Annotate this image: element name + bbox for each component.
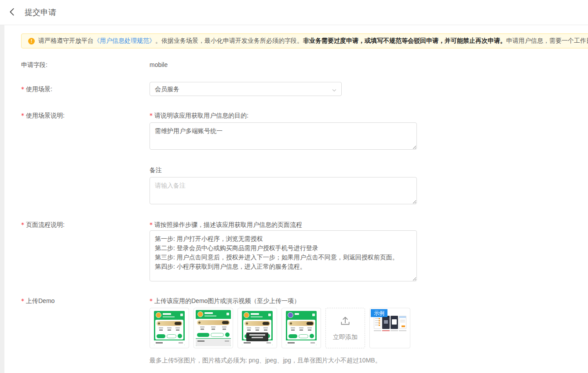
notice-text: 请严格遵守开放平台《用户信息处理规范》。依据业务场景，最小化申请开发业务所必须的… bbox=[38, 37, 588, 45]
form-row-scene: *使用场景: 会员服务 bbox=[21, 82, 588, 96]
purpose-textarea[interactable]: 需维护用户多端账号统一 bbox=[150, 122, 417, 150]
page-flow-sub-label: *请按照操作步骤，描述该应用获取用户信息的页面流程 bbox=[150, 220, 417, 229]
page-flow-label: *页面流程说明: bbox=[21, 220, 150, 229]
remark-textarea[interactable] bbox=[150, 177, 417, 204]
scene-select[interactable]: 会员服务 bbox=[150, 82, 342, 96]
example-badge: 示例 bbox=[371, 309, 387, 317]
uploaded-image-thumbnail[interactable] bbox=[150, 308, 189, 348]
upload-thumbnail-list: 立即添加 示例 bbox=[150, 308, 410, 348]
uploaded-image-thumbnail[interactable] bbox=[281, 308, 321, 348]
uploaded-image-thumbnail[interactable] bbox=[237, 308, 277, 348]
upload-icon bbox=[340, 315, 351, 329]
example-image bbox=[374, 316, 406, 331]
form-row-upload-demo: *上传Demo *上传该应用的Demo图片或演示视频（至少上传一项） bbox=[21, 296, 588, 365]
scene-desc-label: *使用场景说明: bbox=[21, 111, 150, 120]
miniapp-screenshot bbox=[154, 311, 185, 345]
field-label: 申请字段: bbox=[21, 60, 150, 69]
miniapp-screenshot bbox=[196, 310, 231, 346]
uploaded-image-thumbnail[interactable] bbox=[194, 308, 233, 348]
example-thumbnail[interactable]: 示例 bbox=[369, 308, 410, 348]
remark-group: 备注 bbox=[150, 166, 417, 204]
page-flow-textarea[interactable]: 第一步: 用户打开小程序，浏览无需授权 第二步: 登录会员中心或购买商品需用户授… bbox=[150, 230, 417, 281]
add-image-button[interactable]: 立即添加 bbox=[325, 308, 365, 348]
miniapp-screenshot bbox=[242, 311, 273, 345]
back-button[interactable] bbox=[5, 5, 19, 19]
field-value: mobile bbox=[150, 60, 168, 69]
form-row-scene-desc: *使用场景说明: *请说明该应用获取用户信息的目的: 需维护用户多端账号统一 备… bbox=[21, 111, 588, 204]
scene-select-value: 会员服务 bbox=[155, 85, 179, 93]
warning-icon: ! bbox=[28, 38, 35, 44]
chevron-left-icon bbox=[7, 7, 17, 18]
add-image-label: 立即添加 bbox=[333, 332, 358, 341]
page-header: 提交申请 bbox=[0, 0, 588, 25]
content-panel: ! 请严格遵守开放平台《用户信息处理规范》。依据业务场景，最小化申请开发业务所必… bbox=[4, 25, 588, 373]
form-row-field: 申请字段: mobile bbox=[21, 60, 588, 69]
upload-hint: 最多上传5张图片，图片格式必须为: png、jpeg、jpg，且单张图片大小不超… bbox=[150, 356, 410, 365]
upload-demo-label: *上传Demo bbox=[21, 296, 150, 305]
remark-label: 备注 bbox=[150, 166, 417, 174]
purpose-sub-label: *请说明该应用获取用户信息的目的: bbox=[150, 111, 417, 120]
form-row-page-flow: *页面流程说明: *请按照操作步骤，描述该应用获取用户信息的页面流程 第一步: … bbox=[21, 220, 588, 281]
scene-label: *使用场景: bbox=[21, 82, 150, 93]
user-info-spec-link[interactable]: 《用户信息处理规范》 bbox=[94, 37, 155, 44]
miniapp-screenshot bbox=[286, 311, 317, 345]
page-title: 提交申请 bbox=[25, 7, 56, 18]
upload-sub-label: *上传该应用的Demo图片或演示视频（至少上传一项） bbox=[150, 296, 410, 305]
chevron-down-icon bbox=[332, 86, 337, 95]
notice-banner: ! 请严格遵守开放平台《用户信息处理规范》。依据业务场景，最小化申请开发业务所必… bbox=[21, 33, 588, 48]
